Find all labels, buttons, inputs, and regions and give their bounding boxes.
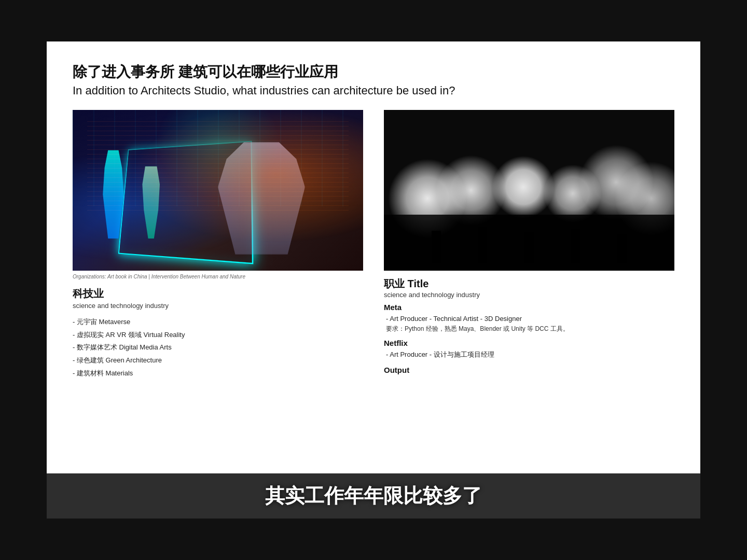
- title-zh: 除了进入事务所 建筑可以在哪些行业应用: [73, 62, 674, 82]
- meta-req: 要求：Python 经验，熟悉 Maya、Blender 或 Unity 等 D…: [386, 325, 674, 333]
- image-caption-left: Organizations: Art book in China | Inter…: [73, 274, 363, 279]
- industry-list: 元宇宙 Metaverse 虚拟现实 AR VR 领域 Virtual Real…: [73, 316, 363, 380]
- job-title-zh: 职业 Title: [384, 277, 674, 291]
- netflix-section: Netflix - Art Producer - 设计与施工项目经理: [384, 339, 674, 360]
- industry-title-en: science and technology industry: [73, 302, 363, 310]
- output-label: Output: [384, 366, 674, 374]
- list-item: 虚拟现实 AR VR 领域 Virtual Reality: [73, 329, 363, 342]
- list-item: 绿色建筑 Green Architecture: [73, 354, 363, 367]
- netflix-label: Netflix: [384, 339, 674, 347]
- left-column: Organizations: Art book in China | Inter…: [73, 110, 363, 380]
- industry-title-zh: 科技业: [73, 287, 363, 301]
- header: 除了进入事务所 建筑可以在哪些行业应用 In addition to Archi…: [73, 62, 674, 97]
- title-en: In addition to Architects Studio, what i…: [73, 84, 674, 97]
- content-area: Organizations: Art book in China | Inter…: [73, 110, 674, 380]
- output-section: Output: [384, 366, 674, 374]
- right-image: [384, 110, 674, 271]
- meta-jobs: - Art Producer - Technical Artist - 3D D…: [386, 313, 674, 325]
- meta-section: Meta - Art Producer - Technical Artist -…: [384, 303, 674, 333]
- subtitle-text: 其实工作年年限比较多了: [265, 485, 482, 507]
- meta-label: Meta: [384, 303, 674, 312]
- right-column: 职业 Title science and technology industry…: [384, 110, 674, 380]
- list-item: 数字媒体艺术 Digital Media Arts: [73, 341, 363, 354]
- list-item: 建筑材料 Materials: [73, 367, 363, 380]
- job-title-en: science and technology industry: [384, 291, 674, 299]
- netflix-jobs: - Art Producer - 设计与施工项目经理: [386, 349, 674, 360]
- list-item: 元宇宙 Metaverse: [73, 316, 363, 329]
- subtitle-bar: 其实工作年年限比较多了: [47, 473, 700, 519]
- left-image: [73, 110, 363, 271]
- slide: 除了进入事务所 建筑可以在哪些行业应用 In addition to Archi…: [47, 41, 700, 519]
